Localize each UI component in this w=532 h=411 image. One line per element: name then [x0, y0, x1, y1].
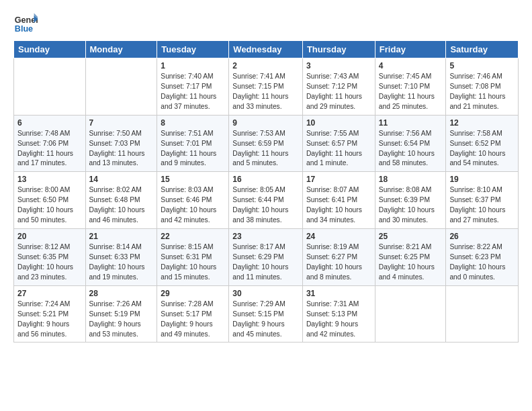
day-number: 4: [379, 61, 443, 71]
day-number: 10: [306, 118, 371, 128]
day-number: 16: [232, 175, 299, 184]
day-number: 24: [306, 232, 371, 241]
week-row-3: 20Sunrise: 8:12 AM Sunset: 6:35 PM Dayli…: [14, 229, 519, 286]
calendar-cell: 17Sunrise: 8:07 AM Sunset: 6:41 PM Dayli…: [302, 172, 375, 229]
calendar-cell: 24Sunrise: 8:19 AM Sunset: 6:27 PM Dayli…: [302, 229, 375, 286]
day-detail: Sunrise: 8:05 AM Sunset: 6:44 PM Dayligh…: [232, 185, 299, 226]
calendar-cell: 11Sunrise: 7:56 AM Sunset: 6:54 PM Dayli…: [375, 115, 446, 172]
day-number: 7: [89, 118, 154, 128]
calendar-cell: 5Sunrise: 7:46 AM Sunset: 7:08 PM Daylig…: [446, 58, 519, 116]
day-number: 22: [161, 232, 225, 241]
day-detail: Sunrise: 7:48 AM Sunset: 7:06 PM Dayligh…: [17, 129, 82, 169]
day-detail: Sunrise: 8:22 AM Sunset: 6:23 PM Dayligh…: [449, 242, 515, 283]
calendar-cell: [446, 285, 519, 342]
calendar: SundayMondayTuesdayWednesdayThursdayFrid…: [13, 40, 519, 342]
day-number: 28: [89, 289, 154, 298]
day-detail: Sunrise: 7:53 AM Sunset: 6:59 PM Dayligh…: [232, 129, 299, 169]
day-number: 15: [161, 175, 225, 184]
day-number: 9: [232, 118, 299, 128]
day-number: 31: [306, 289, 371, 298]
day-detail: Sunrise: 8:17 AM Sunset: 6:29 PM Dayligh…: [232, 242, 299, 283]
day-detail: Sunrise: 7:28 AM Sunset: 5:17 PM Dayligh…: [161, 300, 225, 340]
header-friday: Friday: [375, 41, 446, 58]
calendar-cell: 22Sunrise: 8:15 AM Sunset: 6:31 PM Dayli…: [157, 229, 229, 286]
day-detail: Sunrise: 7:58 AM Sunset: 6:52 PM Dayligh…: [449, 129, 515, 169]
calendar-cell: 12Sunrise: 7:58 AM Sunset: 6:52 PM Dayli…: [446, 115, 519, 172]
calendar-cell: 10Sunrise: 7:55 AM Sunset: 6:57 PM Dayli…: [302, 115, 375, 172]
header-monday: Monday: [85, 41, 157, 58]
header: General Blue: [13, 11, 519, 35]
day-detail: Sunrise: 7:31 AM Sunset: 5:13 PM Dayligh…: [306, 300, 371, 340]
day-detail: Sunrise: 7:56 AM Sunset: 6:54 PM Dayligh…: [379, 129, 443, 169]
calendar-cell: 20Sunrise: 8:12 AM Sunset: 6:35 PM Dayli…: [14, 229, 86, 286]
header-tuesday: Tuesday: [157, 41, 229, 58]
day-number: 3: [306, 61, 371, 71]
header-thursday: Thursday: [302, 41, 375, 58]
calendar-cell: [14, 58, 86, 116]
day-detail: Sunrise: 8:19 AM Sunset: 6:27 PM Dayligh…: [306, 242, 371, 283]
day-number: 5: [449, 61, 515, 71]
calendar-cell: 13Sunrise: 8:00 AM Sunset: 6:50 PM Dayli…: [14, 172, 86, 229]
week-row-4: 27Sunrise: 7:24 AM Sunset: 5:21 PM Dayli…: [14, 285, 519, 342]
calendar-header-row: SundayMondayTuesdayWednesdayThursdayFrid…: [14, 41, 519, 58]
page: General Blue SundayMondayTuesdayWednesda…: [0, 0, 532, 349]
calendar-cell: 1Sunrise: 7:40 AM Sunset: 7:17 PM Daylig…: [157, 58, 229, 116]
day-detail: Sunrise: 8:00 AM Sunset: 6:50 PM Dayligh…: [17, 185, 82, 226]
day-detail: Sunrise: 8:03 AM Sunset: 6:46 PM Dayligh…: [161, 185, 225, 226]
week-row-1: 6Sunrise: 7:48 AM Sunset: 7:06 PM Daylig…: [14, 115, 519, 172]
day-number: 6: [17, 118, 82, 128]
calendar-cell: 31Sunrise: 7:31 AM Sunset: 5:13 PM Dayli…: [302, 285, 375, 342]
day-detail: Sunrise: 7:24 AM Sunset: 5:21 PM Dayligh…: [17, 300, 82, 340]
calendar-cell: 26Sunrise: 8:22 AM Sunset: 6:23 PM Dayli…: [446, 229, 519, 286]
day-detail: Sunrise: 8:10 AM Sunset: 6:37 PM Dayligh…: [449, 185, 515, 226]
header-sunday: Sunday: [14, 41, 86, 58]
logo: General Blue: [13, 11, 38, 35]
day-detail: Sunrise: 8:02 AM Sunset: 6:48 PM Dayligh…: [89, 185, 154, 226]
day-detail: Sunrise: 8:12 AM Sunset: 6:35 PM Dayligh…: [17, 242, 82, 283]
calendar-cell: 3Sunrise: 7:43 AM Sunset: 7:12 PM Daylig…: [302, 58, 375, 116]
day-number: 29: [161, 289, 225, 298]
calendar-cell: 16Sunrise: 8:05 AM Sunset: 6:44 PM Dayli…: [229, 172, 303, 229]
day-number: 19: [449, 175, 515, 184]
calendar-cell: 25Sunrise: 8:21 AM Sunset: 6:25 PM Dayli…: [375, 229, 446, 286]
day-detail: Sunrise: 7:51 AM Sunset: 7:01 PM Dayligh…: [161, 129, 225, 169]
logo-icon: General Blue: [13, 11, 38, 35]
day-detail: Sunrise: 7:50 AM Sunset: 7:03 PM Dayligh…: [89, 129, 154, 169]
week-row-0: 1Sunrise: 7:40 AM Sunset: 7:17 PM Daylig…: [14, 58, 519, 116]
day-detail: Sunrise: 7:26 AM Sunset: 5:19 PM Dayligh…: [89, 300, 154, 340]
day-detail: Sunrise: 7:41 AM Sunset: 7:15 PM Dayligh…: [232, 72, 299, 112]
calendar-cell: 9Sunrise: 7:53 AM Sunset: 6:59 PM Daylig…: [229, 115, 303, 172]
day-number: 21: [89, 232, 154, 241]
calendar-cell: 18Sunrise: 8:08 AM Sunset: 6:39 PM Dayli…: [375, 172, 446, 229]
calendar-cell: 2Sunrise: 7:41 AM Sunset: 7:15 PM Daylig…: [229, 58, 303, 116]
calendar-cell: 19Sunrise: 8:10 AM Sunset: 6:37 PM Dayli…: [446, 172, 519, 229]
day-detail: Sunrise: 7:43 AM Sunset: 7:12 PM Dayligh…: [306, 72, 371, 112]
day-detail: Sunrise: 7:45 AM Sunset: 7:10 PM Dayligh…: [379, 72, 443, 112]
calendar-cell: 29Sunrise: 7:28 AM Sunset: 5:17 PM Dayli…: [157, 285, 229, 342]
svg-text:Blue: Blue: [15, 24, 33, 34]
calendar-cell: 28Sunrise: 7:26 AM Sunset: 5:19 PM Dayli…: [85, 285, 157, 342]
calendar-cell: 4Sunrise: 7:45 AM Sunset: 7:10 PM Daylig…: [375, 58, 446, 116]
day-detail: Sunrise: 7:55 AM Sunset: 6:57 PM Dayligh…: [306, 129, 371, 169]
calendar-cell: 8Sunrise: 7:51 AM Sunset: 7:01 PM Daylig…: [157, 115, 229, 172]
calendar-cell: 30Sunrise: 7:29 AM Sunset: 5:15 PM Dayli…: [229, 285, 303, 342]
day-number: 12: [449, 118, 515, 128]
header-wednesday: Wednesday: [229, 41, 303, 58]
day-detail: Sunrise: 7:46 AM Sunset: 7:08 PM Dayligh…: [449, 72, 515, 112]
day-number: 30: [232, 289, 299, 298]
calendar-cell: [85, 58, 157, 116]
day-detail: Sunrise: 7:29 AM Sunset: 5:15 PM Dayligh…: [232, 300, 299, 340]
day-number: 8: [161, 118, 225, 128]
day-number: 25: [379, 232, 443, 241]
calendar-cell: 15Sunrise: 8:03 AM Sunset: 6:46 PM Dayli…: [157, 172, 229, 229]
day-detail: Sunrise: 8:15 AM Sunset: 6:31 PM Dayligh…: [161, 242, 225, 283]
calendar-cell: 21Sunrise: 8:14 AM Sunset: 6:33 PM Dayli…: [85, 229, 157, 286]
day-number: 26: [449, 232, 515, 241]
day-number: 2: [232, 61, 299, 71]
day-number: 18: [379, 175, 443, 184]
calendar-cell: 7Sunrise: 7:50 AM Sunset: 7:03 PM Daylig…: [85, 115, 157, 172]
day-number: 17: [306, 175, 371, 184]
day-detail: Sunrise: 8:21 AM Sunset: 6:25 PM Dayligh…: [379, 242, 443, 283]
day-number: 20: [17, 232, 82, 241]
day-number: 11: [379, 118, 443, 128]
